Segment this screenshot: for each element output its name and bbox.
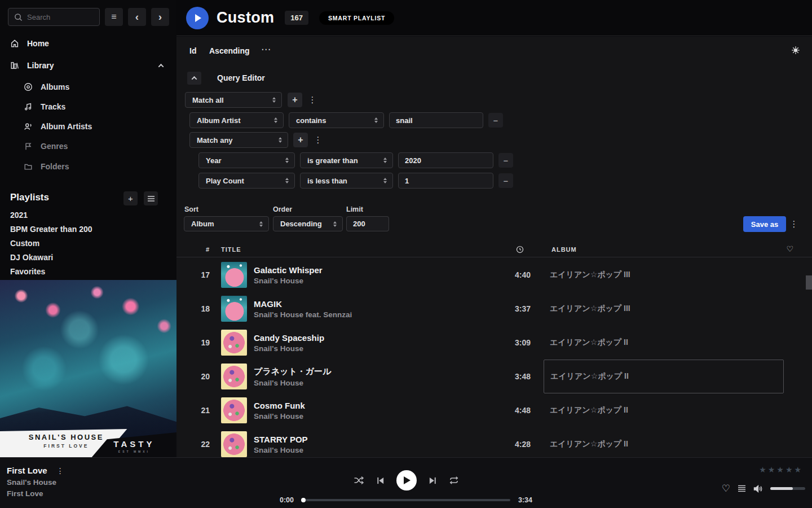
- track-list: 17 Galactic WhisperSnail's House 4:40 エイ…: [176, 258, 812, 457]
- sidebar-item-genres[interactable]: Genres: [0, 139, 176, 153]
- add-playlist-button[interactable]: +: [123, 191, 138, 205]
- column-header-album[interactable]: ALBUM: [551, 246, 577, 253]
- rule-value-input[interactable]: [389, 112, 483, 128]
- column-header-title[interactable]: TITLE: [221, 246, 241, 253]
- group-menu-button[interactable]: ⋮: [314, 133, 323, 147]
- track-artist: Snail's House: [254, 446, 308, 454]
- sidebar-item-folders[interactable]: Folders: [0, 160, 176, 173]
- music-note-icon: [24, 102, 33, 111]
- rule-value-input[interactable]: [398, 173, 493, 189]
- sidebar-item-album-artists[interactable]: Album Artists: [0, 120, 176, 133]
- favorite-heart-icon[interactable]: ♡: [786, 244, 794, 253]
- save-menu-button[interactable]: ⋮: [789, 217, 798, 231]
- select-value: Album Artist: [197, 116, 241, 125]
- table-row[interactable]: 20 プラネット・ガールSnail's House 3:48 エイリアン☆ポップ…: [176, 360, 812, 393]
- track-artist: Snail's House: [254, 277, 323, 285]
- add-rule-button[interactable]: +: [293, 133, 308, 147]
- forward-button[interactable]: ›: [151, 8, 169, 26]
- table-row[interactable]: 21 Cosmo FunkSnail's House 4:48 エイリアン☆ポッ…: [176, 393, 812, 427]
- column-header-number[interactable]: #: [191, 246, 210, 253]
- group-match-select[interactable]: Match any: [189, 132, 288, 148]
- sidebar-item-library[interactable]: Library: [0, 59, 176, 72]
- rule-field-select[interactable]: Play Count: [198, 173, 295, 189]
- sort-field-button[interactable]: Id: [189, 46, 196, 55]
- seek-handle[interactable]: [301, 498, 306, 502]
- sidebar-item-albums[interactable]: Albums: [0, 80, 176, 94]
- remove-rule-button[interactable]: −: [498, 153, 513, 168]
- limit-input[interactable]: [346, 216, 389, 231]
- rule-value-input[interactable]: [398, 152, 493, 168]
- add-rule-button[interactable]: +: [288, 93, 302, 107]
- play-playlist-button[interactable]: [186, 7, 209, 29]
- sidebar-item-tracks[interactable]: Tracks: [0, 100, 176, 113]
- rule-operator-select[interactable]: is greater than: [300, 152, 393, 168]
- next-track-button[interactable]: [429, 476, 437, 485]
- rule-operator-select[interactable]: contains: [289, 112, 384, 128]
- playlist-item-custom[interactable]: Custom: [10, 239, 151, 250]
- queue-button[interactable]: [738, 485, 746, 492]
- remove-rule-button[interactable]: −: [498, 173, 513, 188]
- seek-slider[interactable]: [302, 499, 510, 501]
- track-artist: Snail's House: [254, 412, 305, 421]
- cover-label-sub: EST MMXI: [92, 450, 176, 453]
- rating-stars[interactable]: ★★★★★: [759, 465, 803, 474]
- track-duration: 4:28: [497, 440, 531, 449]
- query-editor-title: Query Editor: [217, 73, 265, 82]
- shuffle-button[interactable]: [354, 476, 364, 485]
- track-number: 19: [191, 338, 210, 347]
- album-name: エイリアン☆ポップ II: [550, 371, 629, 382]
- back-button[interactable]: ‹: [128, 8, 146, 26]
- playlist-list-button[interactable]: [144, 191, 158, 205]
- sidebar-item-label: Albums: [41, 82, 69, 91]
- minus-icon: −: [504, 176, 509, 186]
- favorite-button[interactable]: ♡: [722, 483, 730, 494]
- rule-operator-select[interactable]: is less than: [300, 173, 393, 189]
- now-playing-cover-art[interactable]: SNAIL'S HOUSE FIRST LOVE TASTY EST MMXI: [0, 280, 176, 457]
- playlist-item-2021[interactable]: 2021: [10, 211, 151, 222]
- order-select[interactable]: Descending: [273, 216, 343, 231]
- playlist-item-dj-okawari[interactable]: DJ Okawari: [10, 253, 151, 264]
- volume-slider[interactable]: [770, 487, 805, 490]
- hamburger-icon: ≡: [111, 12, 116, 22]
- rule-field-select[interactable]: Album Artist: [189, 112, 284, 128]
- sort-direction-button[interactable]: Ascending: [209, 46, 250, 55]
- group-menu-button[interactable]: ⋮: [308, 93, 317, 107]
- query-editor-collapse-button[interactable]: [187, 72, 201, 85]
- previous-track-button[interactable]: [376, 476, 385, 485]
- track-album-focused-cell[interactable]: エイリアン☆ポップ II: [544, 360, 784, 393]
- play-pause-button[interactable]: [396, 470, 417, 491]
- sidebar-item-label: Home: [27, 39, 49, 48]
- root-match-select[interactable]: Match all: [185, 92, 282, 108]
- more-options-button[interactable]: ⋯: [261, 43, 271, 55]
- repeat-button[interactable]: [449, 476, 459, 485]
- sort-select[interactable]: Album: [184, 216, 269, 231]
- settings-gear-icon[interactable]: [791, 46, 800, 55]
- scrollbar-thumb[interactable]: [806, 275, 812, 290]
- flag-icon: [24, 142, 33, 151]
- album-name: エイリアン☆ポップ III: [550, 304, 630, 314]
- remove-rule-button[interactable]: −: [488, 113, 503, 128]
- menu-button[interactable]: ≡: [105, 8, 123, 26]
- save-as-button[interactable]: Save as: [743, 216, 786, 232]
- rule-field-select[interactable]: Year: [198, 152, 295, 168]
- table-row[interactable]: 17 Galactic WhisperSnail's House 4:40 エイ…: [176, 258, 812, 292]
- plus-icon: +: [298, 135, 303, 145]
- sidebar-item-label: Album Artists: [41, 122, 92, 131]
- table-row[interactable]: 18 MAGIKSnail's House feat. Sennzai 3:37…: [176, 292, 812, 326]
- duration-clock-icon[interactable]: [516, 246, 524, 253]
- search-input-wrap[interactable]: [8, 8, 100, 26]
- table-row[interactable]: 22 STARRY POPSnail's House 4:28 エイリアン☆ポッ…: [176, 427, 812, 457]
- page-title: Custom: [217, 9, 274, 27]
- select-value: Album: [191, 220, 214, 228]
- playlist-item-bpm[interactable]: BPM Greater than 200: [10, 225, 151, 236]
- collapse-chevron-icon[interactable]: [158, 63, 164, 69]
- album-art-thumbnail: [221, 296, 247, 322]
- search-icon: [14, 13, 23, 21]
- search-input[interactable]: [27, 13, 94, 21]
- select-value: Match all: [192, 96, 224, 104]
- total-time: 3:34: [518, 496, 541, 504]
- playlist-item-favorites[interactable]: Favorites: [10, 267, 151, 278]
- sidebar-item-home[interactable]: Home: [0, 37, 176, 50]
- volume-mute-button[interactable]: [753, 485, 763, 493]
- table-row[interactable]: 19 Candy SpaceshipSnail's House 3:09 エイリ…: [176, 326, 812, 360]
